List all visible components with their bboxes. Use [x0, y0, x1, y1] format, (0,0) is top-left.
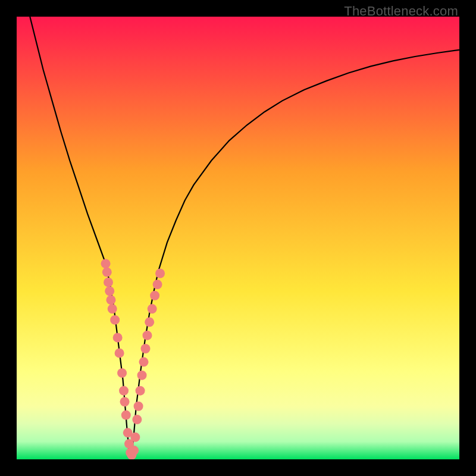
data-dot	[150, 291, 159, 300]
data-dot	[136, 386, 145, 396]
data-dot	[102, 267, 112, 277]
data-dot	[153, 280, 162, 289]
data-dot	[145, 317, 154, 327]
data-dot	[120, 397, 130, 406]
chart-frame	[17, 17, 459, 459]
data-dot	[141, 344, 151, 353]
data-dot	[115, 348, 124, 358]
data-dot	[134, 402, 143, 411]
data-dot	[101, 259, 111, 268]
data-dot	[139, 357, 149, 367]
data-dot	[130, 433, 140, 442]
gradient-bg	[17, 17, 459, 459]
data-dot	[119, 386, 129, 396]
data-dot	[108, 304, 117, 314]
data-dot	[142, 331, 152, 340]
data-dot	[121, 411, 131, 420]
data-dot	[148, 304, 157, 314]
data-dot	[132, 415, 142, 424]
data-dot	[104, 277, 113, 287]
data-dot	[129, 446, 139, 455]
data-dot	[106, 295, 115, 305]
data-dot	[155, 269, 165, 278]
data-dot	[113, 333, 123, 342]
data-dot	[137, 371, 147, 380]
data-dot	[105, 286, 114, 296]
data-dot	[110, 315, 120, 325]
data-dot	[117, 368, 127, 378]
watermark-text: TheBottleneck.com	[344, 4, 458, 19]
bottleneck-plot	[17, 17, 459, 459]
